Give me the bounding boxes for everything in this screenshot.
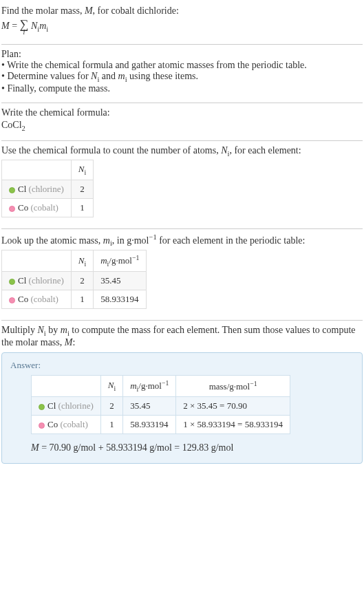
el-name: (chlorine) xyxy=(29,184,64,194)
el-symbol: Cl xyxy=(18,184,26,194)
hdr-Ni: i xyxy=(84,169,86,176)
divider xyxy=(1,103,363,103)
col-element xyxy=(2,250,72,272)
cell-N: 2 xyxy=(71,180,93,198)
formula-heading: Write the chemical formula: xyxy=(1,107,363,118)
cell-N: 2 xyxy=(71,272,93,290)
chemical-formula: CoCl2 xyxy=(1,120,363,132)
el-symbol: Cl xyxy=(47,400,56,411)
intro-text-a: Find the molar mass, xyxy=(1,6,85,16)
el-symbol: Co xyxy=(47,419,58,429)
cell-m: 35.45 xyxy=(94,272,147,290)
count-text-a: Use the chemical formula to count the nu… xyxy=(1,145,221,156)
mass-text-c: for each element in the periodic table: xyxy=(157,235,306,246)
mult-colon: : xyxy=(72,337,75,347)
col-m: mi/g·mol−1 xyxy=(123,376,176,397)
mult-by: by xyxy=(46,325,61,335)
formula-section: Write the chemical formula: CoCl2 xyxy=(1,105,363,139)
cell-element: Cl (chlorine) xyxy=(2,272,72,290)
el-name: (chlorine) xyxy=(58,400,94,411)
cell-N: 1 xyxy=(100,416,122,434)
plan-b2-a: • Determine values for xyxy=(1,71,91,81)
hdr-unit: /g·mol xyxy=(109,256,132,266)
col-mass: mass/g·mol−1 xyxy=(176,376,290,397)
element-dot-icon xyxy=(39,422,45,429)
hdr-mass: mass/g·mol xyxy=(209,381,250,392)
mass-m: m xyxy=(103,235,110,246)
final-eq: = 70.90 g/mol + 58.933194 g/mol = 129.83… xyxy=(39,442,234,453)
cell-N: 1 xyxy=(71,290,93,309)
cell-element: Co (cobalt) xyxy=(2,290,72,309)
hdr-unit-exp: −1 xyxy=(132,254,139,261)
count-section: Use the chemical formula to count the nu… xyxy=(1,142,363,227)
formula-sub: 2 xyxy=(22,125,25,132)
col-N: Ni xyxy=(100,376,122,397)
multiply-section: Multiply Ni by mi to compute the mass fo… xyxy=(1,322,363,467)
eq-equals: = xyxy=(10,21,20,31)
count-table: Ni Cl (chlorine) 2 Co (cobalt) 1 xyxy=(1,160,94,217)
mass-exp: −1 xyxy=(149,233,156,241)
cell-N: 1 xyxy=(71,198,93,217)
cell-m: 58.933194 xyxy=(123,416,176,434)
answer-label: Answer: xyxy=(10,360,354,371)
plan-bullet-3: • Finally, compute the mass. xyxy=(1,83,363,94)
intro-section: Find the molar mass, M, for cobalt dichl… xyxy=(1,3,363,43)
mass-text-a: Look up the atomic mass, xyxy=(1,235,103,246)
col-m: mi/g·mol−1 xyxy=(94,250,147,272)
cell-element: Co (cobalt) xyxy=(32,416,101,434)
hdr-Ni: i xyxy=(114,385,116,392)
cell-element: Cl (chlorine) xyxy=(2,180,72,198)
plan-bullet-2: • Determine values for Ni and mi using t… xyxy=(1,71,363,83)
mult-M: M xyxy=(65,337,73,347)
el-symbol: Cl xyxy=(18,275,26,286)
formula-main: CoCl xyxy=(1,120,22,130)
el-symbol: Co xyxy=(18,202,28,213)
divider xyxy=(1,228,363,229)
divider xyxy=(1,44,363,45)
col-element xyxy=(2,160,72,180)
table-row: Cl (chlorine) 2 35.45 2 × 35.45 = 70.90 xyxy=(32,397,290,416)
cell-element: Co (cobalt) xyxy=(2,198,72,217)
element-dot-icon xyxy=(9,279,15,285)
table-row: Cl (chlorine) 2 xyxy=(2,180,94,198)
hdr-unit: /g·mol xyxy=(138,381,162,391)
divider xyxy=(1,140,363,141)
answer-box: Answer: Ni mi/g·mol−1 mass/g·mol−1 Cl (c… xyxy=(1,352,363,464)
cell-N: 2 xyxy=(100,397,122,416)
plan-bullet-1: • Write the chemical formula and gather … xyxy=(1,60,363,71)
element-dot-icon xyxy=(9,187,15,193)
el-name: (cobalt) xyxy=(30,202,58,213)
el-name: (chlorine) xyxy=(29,275,64,286)
mass-text: Look up the atomic mass, mi, in g·mol−1 … xyxy=(1,233,363,247)
eq-m: m xyxy=(39,21,46,31)
count-text: Use the chemical formula to count the nu… xyxy=(1,145,363,158)
plan-b2-b: using these items. xyxy=(127,71,198,81)
answer-table: Ni mi/g·mol−1 mass/g·mol−1 Cl (chlorine)… xyxy=(31,375,290,434)
el-name: (cobalt) xyxy=(60,419,87,429)
mult-m: m xyxy=(61,325,67,335)
mass-table: Ni mi/g·mol−1 Cl (chlorine) 2 35.45 Co (… xyxy=(1,250,147,309)
hdr-Ni: i xyxy=(84,259,86,267)
intro-text-b: , for cobalt dichloride: xyxy=(93,6,179,16)
element-dot-icon xyxy=(9,297,15,303)
intro-line: Find the molar mass, M, for cobalt dichl… xyxy=(1,6,363,17)
var-M: M xyxy=(85,6,93,16)
eq-N: N xyxy=(31,21,37,31)
hdr-m: m xyxy=(130,381,136,391)
el-symbol: Co xyxy=(18,294,28,304)
mass-section: Look up the atomic mass, mi, in g·mol−1 … xyxy=(1,231,363,319)
eq-lhs: M xyxy=(1,21,10,31)
table-row: Co (cobalt) 1 58.933194 1 × 58.933194 = … xyxy=(32,416,290,434)
col-N: Ni xyxy=(71,160,93,180)
cell-m: 58.933194 xyxy=(94,290,147,309)
plan-b2-and: and xyxy=(99,71,118,81)
mult-N: N xyxy=(38,325,44,335)
count-N: N xyxy=(221,145,227,156)
cell-m: 35.45 xyxy=(123,397,176,416)
divider xyxy=(1,320,363,321)
multiply-text: Multiply Ni by mi to compute the mass fo… xyxy=(1,325,363,348)
cell-mass: 1 × 58.933194 = 58.933194 xyxy=(176,416,290,434)
cell-mass: 2 × 35.45 = 70.90 xyxy=(176,397,290,416)
table-row: Co (cobalt) 1 58.933194 xyxy=(2,290,147,309)
intro-equation: M = ∑i Nimi xyxy=(1,18,363,36)
